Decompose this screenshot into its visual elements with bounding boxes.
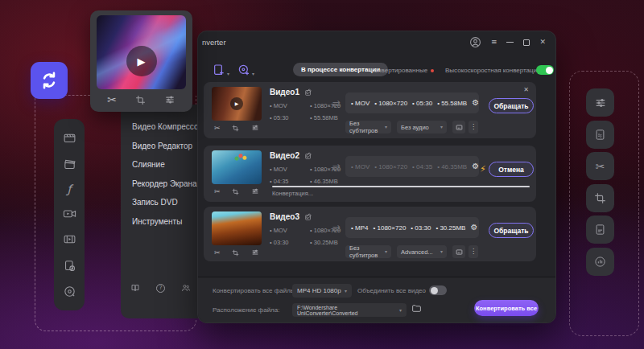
convert-row-button[interactable]: Обращать xyxy=(489,98,534,113)
subtitle-edit-button[interactable] xyxy=(452,245,465,258)
target-format-box[interactable]: • MP4 • 1080×720 • 03:30 • 30.25MB ⚙ xyxy=(345,217,479,238)
trim-scissors-icon[interactable]: ✂ xyxy=(214,125,221,132)
uniconverter-window: nverter ≡ ✕ ▾ ▾ В процессе конвертации К… xyxy=(197,31,556,323)
add-files-button[interactable]: ▾ xyxy=(213,64,229,76)
merge-toggle[interactable] xyxy=(429,285,447,295)
crop-icon[interactable] xyxy=(232,249,239,257)
tgt-size: • 30.25MB xyxy=(436,224,465,232)
menu-item-merge[interactable]: Слияние xyxy=(132,160,203,169)
src-format: • MOV xyxy=(270,227,310,234)
menu-icon[interactable]: ≡ xyxy=(491,39,497,46)
location-label: Расположение файла: xyxy=(213,306,279,314)
convert-row-button[interactable]: Обращать xyxy=(489,223,534,238)
video-thumbnail[interactable] xyxy=(212,211,262,245)
convert-all-button[interactable]: Конвертировать все xyxy=(474,300,539,316)
video-thumbnail[interactable]: ▶ xyxy=(212,87,262,121)
effects-sliders-icon[interactable] xyxy=(251,248,259,257)
right-dock-trim-button[interactable]: ✂ xyxy=(586,152,614,180)
rename-icon[interactable] xyxy=(304,213,312,221)
settings-gear-icon[interactable]: ⚙ xyxy=(472,162,479,170)
play-icon[interactable]: ▶ xyxy=(230,97,243,110)
tab-converted[interactable]: Конвертированные xyxy=(370,67,434,74)
audio-dropdown[interactable]: Advanced... ▾ xyxy=(397,245,447,258)
window-title: nverter xyxy=(202,38,226,47)
crop-icon[interactable] xyxy=(232,188,239,195)
subtitle-dropdown[interactable]: Без субтитров ▾ xyxy=(345,245,391,258)
convert-arrows-icon: ⇄ xyxy=(332,162,341,172)
dvd-burn-icon[interactable] xyxy=(63,259,76,273)
chevron-down-icon: ▾ xyxy=(345,289,347,294)
video-thumbnail[interactable] xyxy=(212,150,262,184)
menu-item-dvd-burn[interactable]: Запись DVD xyxy=(132,198,203,207)
compressor-icon[interactable] xyxy=(63,131,76,145)
settings-gear-icon[interactable]: ⚙ xyxy=(472,99,479,107)
output-format-dropdown[interactable]: MP4 HD 1080p ▾ xyxy=(292,284,352,298)
tab-converted-label: Конвертированные xyxy=(370,67,427,74)
menu-item-video-editor[interactable]: Видео Редактор xyxy=(132,142,203,150)
close-button[interactable]: ✕ xyxy=(539,39,546,46)
right-dock-watermark-button[interactable] xyxy=(586,121,614,149)
cancel-row-button[interactable]: Отмена xyxy=(489,162,534,177)
crop-icon[interactable] xyxy=(135,95,146,105)
open-folder-icon[interactable] xyxy=(411,303,422,314)
trim-scissors-icon[interactable]: ✂ xyxy=(214,249,221,257)
effects-sliders-icon[interactable] xyxy=(251,187,259,195)
left-tool-dock: ƒ xyxy=(54,119,85,310)
rename-icon[interactable] xyxy=(304,152,312,160)
video-title: Видео2 xyxy=(270,151,299,160)
rename-icon[interactable] xyxy=(304,88,312,96)
screen-recorder-icon[interactable] xyxy=(63,207,76,220)
launcher-footer: ? xyxy=(130,283,191,293)
remove-row-icon[interactable]: ✕ xyxy=(523,87,529,93)
tgt-duration: • 05:30 xyxy=(412,100,432,107)
account-icon[interactable] xyxy=(181,283,191,293)
maximize-button[interactable] xyxy=(523,39,530,46)
output-location-dropdown[interactable]: F:\Wondershare UniConverter\Converted ▾ xyxy=(292,303,407,317)
menu-item-video-compressor[interactable]: Видео Компрессор xyxy=(132,122,203,131)
notification-dot xyxy=(431,69,434,72)
tgt-duration: • 03:30 xyxy=(411,224,431,232)
trim-scissors-icon[interactable]: ✂ xyxy=(214,188,221,195)
filmstrip-icon[interactable] xyxy=(63,232,76,246)
chevron-down-icon: ▾ xyxy=(252,72,254,76)
minimize-button[interactable] xyxy=(506,42,514,43)
convert-arrows-icon: ⇄ xyxy=(332,224,341,233)
titlebar[interactable]: nverter ≡ ✕ xyxy=(198,31,555,54)
account-avatar-icon[interactable] xyxy=(469,36,481,48)
src-format: • MOV xyxy=(270,166,310,173)
add-dvd-button[interactable]: ▾ xyxy=(237,64,254,76)
effects-sliders-icon[interactable] xyxy=(251,124,259,132)
window-controls: ≡ ✕ xyxy=(469,36,546,48)
convert-app-button[interactable] xyxy=(31,62,68,99)
subtitle-dropdown[interactable]: Без субтитров ▾ xyxy=(345,121,391,133)
tgt-resolution: • 1080×720 xyxy=(373,224,406,232)
effects-sliders-icon[interactable] xyxy=(164,94,175,105)
conversion-status: Конвертация... xyxy=(272,190,313,197)
desktop-background: ƒ Видео Компрессор Видео Редактор Слияни… xyxy=(0,0,644,349)
subtitle-edit-button[interactable] xyxy=(452,121,465,133)
chevron-down-icon: ▾ xyxy=(440,249,443,254)
menu-item-tools[interactable]: Инструменты xyxy=(132,217,203,226)
right-dock-audio-button[interactable] xyxy=(586,248,614,276)
library-icon[interactable] xyxy=(130,283,140,293)
trim-scissors-icon[interactable]: ✂ xyxy=(107,94,117,105)
clapperboard-icon[interactable] xyxy=(63,158,76,171)
row-tools: ✂ xyxy=(212,124,262,132)
more-options-button[interactable]: ⋮ xyxy=(469,121,478,133)
more-options-button[interactable]: ⋮ xyxy=(469,245,478,258)
target-format-box[interactable]: • MOV • 1080×720 • 05:30 • 55.58MB ⚙ xyxy=(345,92,479,113)
crop-icon[interactable] xyxy=(232,125,239,132)
highspeed-toggle[interactable] xyxy=(536,65,554,75)
play-button[interactable]: ▶ xyxy=(126,46,157,76)
help-icon[interactable]: ? xyxy=(156,284,165,293)
audio-dropdown[interactable]: Без аудио ▾ xyxy=(397,121,447,133)
right-dock-effects-button[interactable] xyxy=(586,88,614,117)
right-dock-subtitle-button[interactable] xyxy=(586,216,614,244)
src-duration: • 04:35 xyxy=(270,178,310,185)
subtitle-icon xyxy=(594,224,606,236)
menu-item-screen-recorder[interactable]: Рекордер Экрана xyxy=(132,179,203,188)
toolbox-disc-icon[interactable] xyxy=(63,285,76,298)
effects-fx-icon[interactable]: ƒ xyxy=(68,183,72,195)
right-dock-crop-button[interactable] xyxy=(586,184,614,212)
settings-gear-icon[interactable]: ⚙ xyxy=(470,224,477,232)
